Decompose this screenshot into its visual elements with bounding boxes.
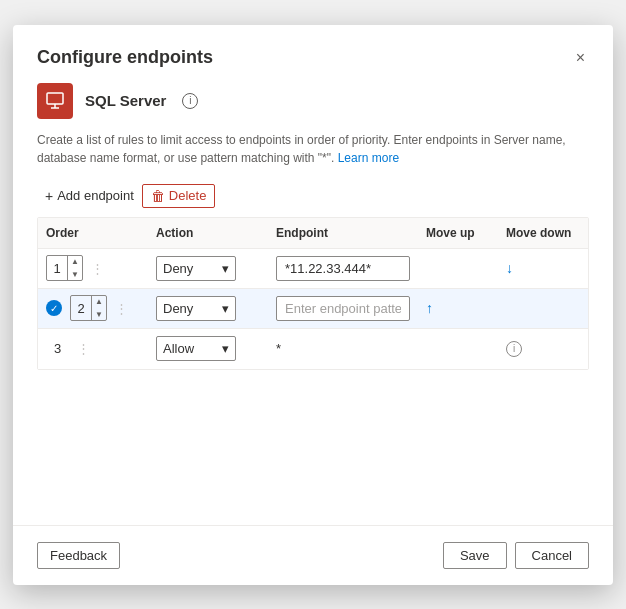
spinner-up-1[interactable]: ▲ (68, 255, 82, 268)
dialog-footer: Feedback Save Cancel (13, 525, 613, 585)
action-cell-3: Allow ▾ (148, 330, 268, 367)
order-spinner-2[interactable]: 2 ▲ ▼ (70, 295, 107, 321)
close-button[interactable]: × (572, 45, 589, 71)
table-row: 1 ▲ ▼ ⋮ Deny ▾ (38, 249, 588, 289)
table-row: 3 ⋮ Allow ▾ * i (38, 329, 588, 369)
endpoint-cell-3: * (268, 335, 418, 362)
move-up-cell-3 (418, 343, 498, 355)
action-value-1: Deny (163, 261, 193, 276)
configure-endpoints-dialog: Configure endpoints × SQL Server i Creat… (13, 25, 613, 585)
dialog-title: Configure endpoints (37, 47, 213, 68)
move-up-icon-2[interactable]: ↑ (426, 300, 433, 316)
th-endpoint: Endpoint (268, 226, 418, 240)
dialog-header: Configure endpoints × (13, 25, 613, 83)
footer-left: Feedback (37, 542, 120, 569)
sql-server-icon (37, 83, 73, 119)
dropdown-arrow-3: ▾ (222, 341, 229, 356)
feedback-button[interactable]: Feedback (37, 542, 120, 569)
endpoint-cell-2 (268, 290, 418, 327)
th-order: Order (38, 226, 148, 240)
order-cell-1: 1 ▲ ▼ ⋮ (38, 249, 148, 287)
toolbar: + Add endpoint 🗑 Delete (37, 183, 589, 209)
svg-rect-0 (47, 93, 63, 104)
move-down-cell-1: ↓ (498, 254, 588, 282)
move-down-cell-2 (498, 302, 588, 314)
th-move-down: Move down (498, 226, 588, 240)
th-action: Action (148, 226, 268, 240)
spinner-down-1[interactable]: ▼ (68, 268, 82, 281)
add-endpoint-button[interactable]: + Add endpoint (37, 183, 142, 209)
dropdown-arrow-2: ▾ (222, 301, 229, 316)
move-up-cell-2: ↑ (418, 294, 498, 322)
save-button[interactable]: Save (443, 542, 507, 569)
drag-handle-3[interactable]: ⋮ (73, 341, 94, 356)
action-value-2: Deny (163, 301, 193, 316)
footer-right: Save Cancel (443, 542, 589, 569)
spinner-arrows-2: ▲ ▼ (91, 295, 106, 321)
action-cell-2: Deny ▾ (148, 290, 268, 327)
action-value-3: Allow (163, 341, 194, 356)
order-value-3: 3 (46, 341, 69, 356)
drag-handle-1[interactable]: ⋮ (87, 261, 108, 276)
description-text: Create a list of rules to limit access t… (37, 131, 589, 167)
endpoint-input-1[interactable] (276, 256, 410, 281)
selected-indicator-2: ✓ (46, 300, 62, 316)
th-move-up: Move up (418, 226, 498, 240)
dropdown-arrow-1: ▾ (222, 261, 229, 276)
dialog-body: SQL Server i Create a list of rules to l… (13, 83, 613, 509)
endpoints-table: Order Action Endpoint Move up Move down … (37, 217, 589, 370)
delete-button[interactable]: 🗑 Delete (142, 184, 216, 208)
row-info-icon-3[interactable]: i (506, 341, 522, 357)
service-header: SQL Server i (37, 83, 589, 119)
order-value-2: 2 (71, 301, 91, 316)
trash-icon: 🗑 (151, 188, 165, 204)
plus-icon: + (45, 188, 53, 204)
checkmark-icon: ✓ (50, 303, 58, 314)
action-dropdown-3[interactable]: Allow ▾ (156, 336, 236, 361)
spinner-down-2[interactable]: ▼ (92, 308, 106, 321)
action-cell-1: Deny ▾ (148, 250, 268, 287)
endpoint-input-2[interactable] (276, 296, 410, 321)
delete-label: Delete (169, 188, 207, 203)
move-down-icon-1[interactable]: ↓ (506, 260, 513, 276)
add-endpoint-label: Add endpoint (57, 188, 134, 203)
spinner-arrows-1: ▲ ▼ (67, 255, 82, 281)
learn-more-link[interactable]: Learn more (338, 151, 399, 165)
table-row: ✓ 2 ▲ ▼ ⋮ Deny ▾ (38, 289, 588, 329)
drag-handle-2[interactable]: ⋮ (111, 301, 132, 316)
order-value-1: 1 (47, 261, 67, 276)
order-cell-3: 3 ⋮ (38, 335, 148, 362)
action-dropdown-2[interactable]: Deny ▾ (156, 296, 236, 321)
spinner-up-2[interactable]: ▲ (92, 295, 106, 308)
cancel-button[interactable]: Cancel (515, 542, 589, 569)
action-dropdown-1[interactable]: Deny ▾ (156, 256, 236, 281)
move-down-cell-3: i (498, 335, 588, 363)
order-cell-2: ✓ 2 ▲ ▼ ⋮ (38, 289, 148, 327)
service-info-icon[interactable]: i (182, 93, 198, 109)
move-up-cell-1 (418, 262, 498, 274)
service-name: SQL Server (85, 92, 166, 109)
endpoint-static-3: * (276, 341, 281, 356)
table-header: Order Action Endpoint Move up Move down (38, 218, 588, 249)
endpoint-cell-1 (268, 250, 418, 287)
description-main: Create a list of rules to limit access t… (37, 133, 566, 165)
order-spinner-1[interactable]: 1 ▲ ▼ (46, 255, 83, 281)
